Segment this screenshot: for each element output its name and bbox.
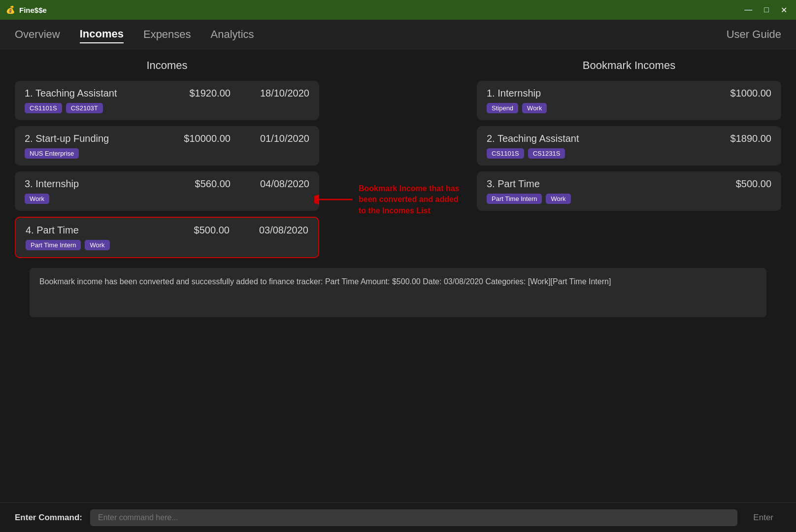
bookmark-title: Bookmark Incomes — [477, 59, 781, 72]
bookmark-item-3-tags: Part Time Intern Work — [487, 194, 771, 204]
income-item-2-tags: NUS Enterprise — [25, 148, 309, 159]
bookmark-item-1-row: 1. Internship $1000.00 — [487, 88, 771, 99]
bookmark-item-3-row: 3. Part Time $500.00 — [487, 178, 771, 190]
income-item-1-tags: CS1101S CS2103T — [25, 103, 309, 113]
red-arrow-icon — [314, 192, 354, 207]
income-item-1-row: 1. Teaching Assistant $1920.00 18/10/202… — [25, 88, 309, 99]
app-icon: 💰 — [6, 5, 15, 14]
income-item-2[interactable]: 2. Start-up Funding $10000.00 01/10/2020… — [15, 126, 319, 166]
nav-item-analytics[interactable]: Analytics — [211, 26, 254, 43]
income-item-3[interactable]: 3. Internship $560.00 04/08/2020 Work — [15, 171, 319, 211]
panels-container: Incomes 1. Teaching Assistant $1920.00 1… — [0, 49, 796, 263]
enter-button[interactable]: Enter — [745, 510, 781, 526]
income-item-1-date: 18/10/2020 — [260, 88, 309, 99]
income-item-1[interactable]: 1. Teaching Assistant $1920.00 18/10/202… — [15, 81, 319, 120]
command-input[interactable] — [90, 509, 737, 526]
bookmark-panel: Bookmark Incomes 1. Internship $1000.00 … — [477, 59, 781, 258]
income-item-4-date: 03/08/2020 — [259, 225, 308, 236]
nav-items: Overview Incomes Expenses Analytics — [15, 26, 727, 43]
income-item-1-name: 1. Teaching Assistant — [25, 88, 117, 99]
income-item-4-tags: Part Time Intern Work — [26, 240, 308, 250]
bookmark-item-3-amount: $500.00 — [736, 178, 771, 190]
main-wrapper: Incomes 1. Teaching Assistant $1920.00 1… — [0, 49, 796, 532]
income-item-3-date: 04/08/2020 — [260, 178, 309, 190]
bookmark-item-1-amount: $1000.00 — [730, 88, 771, 99]
tag-stipend: Stipend — [487, 103, 518, 113]
status-bar: Bookmark income has been converted and s… — [30, 268, 766, 317]
user-guide-link[interactable]: User Guide — [727, 28, 781, 41]
income-item-3-tags: Work — [25, 194, 309, 204]
income-item-3-row: 3. Internship $560.00 04/08/2020 — [25, 178, 309, 190]
status-message: Bookmark income has been converted and s… — [39, 277, 611, 286]
nav-item-overview[interactable]: Overview — [15, 26, 60, 43]
app-name: Fine$$e — [19, 6, 47, 14]
income-item-2-row: 2. Start-up Funding $10000.00 01/10/2020 — [25, 133, 309, 144]
bookmark-item-3[interactable]: 3. Part Time $500.00 Part Time Intern Wo… — [477, 171, 781, 211]
bookmark-item-1[interactable]: 1. Internship $1000.00 Stipend Work — [477, 81, 781, 120]
income-item-2-name: 2. Start-up Funding — [25, 133, 109, 144]
tag-cs1101s: CS1101S — [25, 103, 62, 113]
income-item-2-amount: $10000.00 — [184, 133, 231, 144]
income-item-3-name: 3. Internship — [25, 178, 79, 190]
bookmark-item-2[interactable]: 2. Teaching Assistant $1890.00 CS1101S C… — [477, 126, 781, 166]
command-bar: Enter Command: Enter — [0, 502, 796, 532]
tag-cs1101s-b2: CS1101S — [487, 148, 524, 159]
income-item-2-date: 01/10/2020 — [260, 133, 309, 144]
title-bar: 💰 Fine$$e — □ ✕ — [0, 0, 796, 20]
tag-work-4: Work — [85, 240, 109, 250]
arrow-svg — [314, 192, 354, 207]
bookmark-item-3-name: 3. Part Time — [487, 178, 540, 190]
bookmark-item-2-row: 2. Teaching Assistant $1890.00 — [487, 133, 771, 144]
bookmark-item-1-tags: Stipend Work — [487, 103, 771, 113]
nav-bar: Overview Incomes Expenses Analytics User… — [0, 20, 796, 49]
tag-nus-enterprise: NUS Enterprise — [25, 148, 79, 159]
tag-work-3: Work — [25, 194, 49, 204]
incomes-title: Incomes — [15, 59, 319, 72]
tag-cs2103t: CS2103T — [66, 103, 103, 113]
tag-part-time-intern-4: Part Time Intern — [26, 240, 81, 250]
minimize-button[interactable]: — — [741, 4, 755, 16]
tag-part-time-intern-b3: Part Time Intern — [487, 194, 542, 204]
income-item-3-amount: $560.00 — [195, 178, 231, 190]
close-button[interactable]: ✕ — [778, 4, 790, 16]
bookmark-item-2-amount: $1890.00 — [730, 133, 771, 144]
tag-work-b1: Work — [522, 103, 547, 113]
tag-work-b3: Work — [546, 194, 570, 204]
status-section: Bookmark income has been converted and s… — [0, 263, 796, 322]
annotation-text: Bookmark Income that has been converted … — [359, 183, 467, 216]
maximize-button[interactable]: □ — [761, 4, 772, 16]
incomes-panel: Incomes 1. Teaching Assistant $1920.00 1… — [15, 59, 319, 258]
income-item-4-amount: $500.00 — [194, 225, 230, 236]
nav-item-expenses[interactable]: Expenses — [143, 26, 191, 43]
tag-cs1231s-b2: CS1231S — [528, 148, 565, 159]
bookmark-item-2-name: 2. Teaching Assistant — [487, 133, 579, 144]
income-item-4[interactable]: 4. Part Time $500.00 03/08/2020 Part Tim… — [15, 217, 319, 258]
nav-item-incomes[interactable]: Incomes — [80, 26, 124, 43]
command-label: Enter Command: — [15, 513, 82, 523]
income-item-4-name: 4. Part Time — [26, 225, 79, 236]
window-controls: — □ ✕ — [741, 4, 790, 16]
income-item-1-amount: $1920.00 — [189, 88, 230, 99]
bookmark-item-2-tags: CS1101S CS1231S — [487, 148, 771, 159]
bookmark-item-1-name: 1. Internship — [487, 88, 541, 99]
income-item-4-row: 4. Part Time $500.00 03/08/2020 — [26, 225, 308, 236]
app-title: 💰 Fine$$e — [6, 5, 47, 14]
